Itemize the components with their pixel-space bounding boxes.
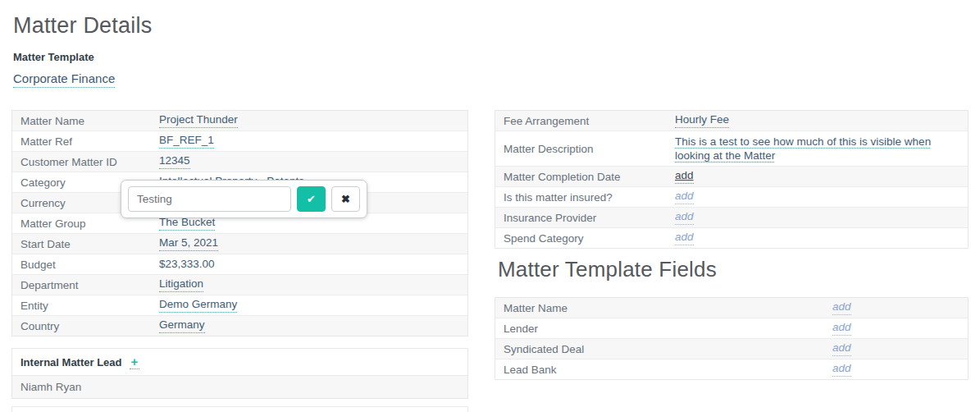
- table-row: Budget $23,333.00: [12, 254, 467, 274]
- matter-template-fields-table: Matter Name add Lender add Syndicated De…: [495, 297, 969, 380]
- field-label: Matter Name: [12, 115, 159, 127]
- table-row: Matter Name Project Thunder: [12, 111, 467, 130]
- list-item: Niamh Ryan: [12, 375, 467, 398]
- table-row: Matter Ref BF_REF_1: [12, 130, 467, 151]
- field-value-department[interactable]: Litigation: [159, 277, 203, 292]
- field-label: Entity: [12, 300, 159, 312]
- add-insured-link[interactable]: add: [675, 190, 694, 204]
- add-spend-category-link[interactable]: add: [675, 231, 694, 245]
- table-row: Customer Matter ID 12345: [12, 151, 467, 172]
- currency-edit-popup: ✔ ✖: [121, 180, 367, 218]
- checkmark-icon: ✔: [307, 193, 316, 205]
- field-value-country[interactable]: Germany: [159, 318, 205, 333]
- field-value-matter-ref[interactable]: BF_REF_1: [159, 134, 214, 149]
- matter-template-label: Matter Template: [13, 51, 152, 63]
- field-value-budget: $23,333.00: [159, 258, 215, 272]
- field-label: Department: [12, 279, 159, 291]
- cancel-button[interactable]: ✖: [331, 186, 360, 212]
- matter-template-link[interactable]: Corporate Finance: [13, 71, 115, 88]
- table-row: Start Date Mar 5, 2021: [12, 233, 467, 254]
- field-label: Budget: [12, 259, 159, 271]
- table-row: Country Germany: [12, 315, 467, 336]
- field-label: Country: [12, 320, 159, 332]
- field-label: Customer Matter ID: [12, 156, 159, 168]
- field-label: Fee Arrangement: [495, 115, 675, 127]
- add-lead-bank-link[interactable]: add: [832, 362, 851, 377]
- add-lender-link[interactable]: add: [832, 321, 851, 336]
- close-icon: ✖: [341, 193, 350, 205]
- field-label: Start Date: [12, 238, 159, 250]
- add-insurance-provider-link[interactable]: add: [675, 210, 694, 225]
- field-label: Matter Description: [495, 143, 675, 155]
- field-label: Matter Group: [12, 217, 159, 230]
- add-matter-name-link[interactable]: add: [832, 300, 851, 315]
- field-label: Insurance Provider: [495, 212, 675, 224]
- matter-info-table: Fee Arrangement Hourly Fee Matter Descri…: [495, 110, 969, 249]
- field-label: Is this matter insured?: [495, 191, 675, 204]
- internal-matter-lead-title: Internal Matter Lead: [21, 356, 122, 369]
- field-label: Spend Category: [495, 232, 675, 245]
- field-label: Matter Name: [495, 302, 832, 314]
- internal-matter-lead-header: Internal Matter Lead +: [12, 349, 467, 375]
- field-value-fee-arrangement[interactable]: Hourly Fee: [675, 113, 729, 128]
- add-completion-date-link[interactable]: add: [675, 169, 694, 184]
- field-label: Matter Ref: [12, 135, 159, 148]
- table-row: Syndicated Deal add: [495, 338, 968, 359]
- table-row: Department Litigation: [12, 274, 467, 295]
- table-row: Insurance Provider add: [495, 207, 968, 227]
- add-syndicated-deal-link[interactable]: add: [832, 341, 851, 356]
- field-value-entity[interactable]: Demo Germany: [159, 298, 237, 313]
- matter-template-fields-title: Matter Template Fields: [498, 257, 717, 282]
- internal-matter-lead-panel: Internal Matter Lead + Niamh Ryan: [11, 348, 468, 399]
- table-row: Lead Bank add: [495, 359, 968, 379]
- field-value-matter-name[interactable]: Project Thunder: [159, 113, 238, 128]
- field-label: Syndicated Deal: [495, 343, 832, 355]
- table-row: Is this matter insured? add: [495, 186, 968, 207]
- field-label: Lender: [495, 323, 832, 335]
- lead-member-name: Niamh Ryan: [21, 381, 81, 393]
- table-row: Entity Demo Germany: [12, 295, 467, 315]
- add-lead-icon[interactable]: +: [130, 355, 140, 369]
- matter-details-table: Matter Name Project Thunder Matter Ref B…: [11, 110, 468, 336]
- table-row: Matter Description This is a test to see…: [495, 130, 968, 166]
- field-label: Matter Completion Date: [495, 171, 675, 183]
- table-row: Spend Category add: [495, 227, 968, 248]
- table-row: Matter Completion Date add: [495, 166, 968, 186]
- edit-value-input[interactable]: [128, 186, 291, 212]
- field-value-matter-description[interactable]: This is a test to see how much of this i…: [675, 131, 946, 166]
- table-row: Lender add: [495, 318, 968, 338]
- page-header: Matter Details Matter Template Corporate…: [13, 13, 152, 88]
- field-value-customer-matter-id[interactable]: 12345: [159, 154, 190, 169]
- page-title: Matter Details: [13, 13, 152, 39]
- table-row: Matter Name add: [495, 298, 968, 318]
- partial-panel-stub: [11, 406, 468, 412]
- field-value-start-date[interactable]: Mar 5, 2021: [159, 236, 218, 251]
- confirm-button[interactable]: ✔: [297, 186, 326, 212]
- table-row: Fee Arrangement Hourly Fee: [495, 111, 968, 130]
- field-label: Lead Bank: [495, 364, 832, 376]
